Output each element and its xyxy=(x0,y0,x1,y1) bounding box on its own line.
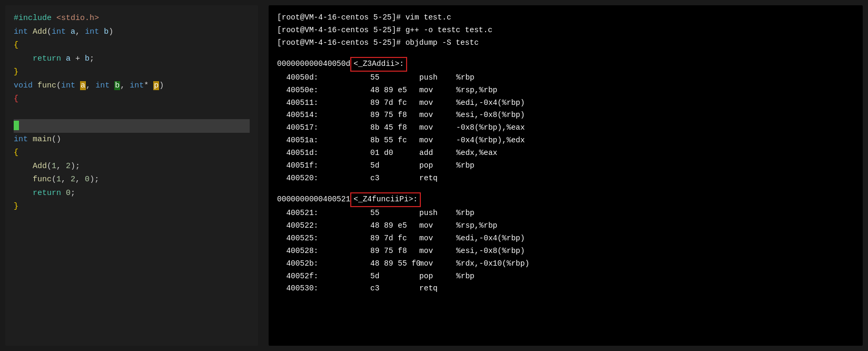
fn-add: Add xyxy=(33,27,47,36)
disasm-add-8: 40051f: 5d pop %rbp xyxy=(277,160,854,172)
code-line-8 xyxy=(14,106,250,120)
disasm-add-6: 40051a: 8b 55 fc mov -0x4(%rbp),%edx xyxy=(277,134,854,147)
include-keyword: #include xyxy=(14,14,52,23)
disasm-add-7: 40051d: 01 d0 add %edx,%eax xyxy=(277,147,854,160)
code-editor: #include <stdio.h> int Add(int a, int b)… xyxy=(5,5,258,346)
param-b-highlight: b xyxy=(114,81,120,90)
term-cmd-3: [root@VM-4-16-centos 5-25]# objdump -S t… xyxy=(277,37,854,50)
cursor xyxy=(14,121,19,130)
kw-int: int xyxy=(14,27,28,36)
code-line-2: int Add(int a, int b) xyxy=(14,25,250,39)
disasm-func-5: 40052b: 48 89 55 f0 mov %rdx,-0x10(%rbp) xyxy=(277,258,854,270)
code-line-14: return 0; xyxy=(14,187,250,200)
code-line-1: #include <stdio.h> xyxy=(14,12,250,25)
code-line-7: { xyxy=(14,92,250,106)
section-func-label: <_Z4funciiPi>: xyxy=(350,192,421,207)
section-add-header: 000000000040050d <_Z3Addii>: xyxy=(277,57,854,72)
disasm-func-2: 400522: 48 89 e5 mov %rsp,%rbp xyxy=(277,220,854,232)
code-line-9 xyxy=(14,119,250,133)
disasm-add-3: 400511: 89 7d fc mov %edi,-0x4(%rbp) xyxy=(277,97,854,110)
disasm-func-4: 400528: 89 75 f8 mov %esi,-0x8(%rbp) xyxy=(277,245,854,258)
code-line-3: { xyxy=(14,38,250,52)
section-func-addr: 0000000000400521 xyxy=(277,193,350,206)
code-line-13: func(1, 2, 0); xyxy=(14,173,250,187)
section-func-header: 0000000000400521 <_Z4funciiPi>: xyxy=(277,192,854,207)
disasm-add-2: 40050e: 48 89 e5 mov %rsp,%rbp xyxy=(277,84,854,97)
param-p-highlight: p xyxy=(153,81,159,90)
term-cmd-1: [root@VM-4-16-centos 5-25]# vim test.c xyxy=(277,12,854,24)
term-cmd-2: [root@VM-4-16-centos 5-25]# g++ -o testc… xyxy=(277,24,854,37)
param-a-highlight: a xyxy=(80,81,86,90)
disasm-func-3: 400525: 89 7d fc mov %edi,-0x4(%rbp) xyxy=(277,232,854,245)
disasm-add-1: 40050d: 55 push %rbp xyxy=(277,72,854,84)
code-line-15: } xyxy=(14,200,250,213)
code-line-4: return a + b; xyxy=(14,52,250,66)
disasm-add-5: 400517: 8b 45 f8 mov -0x8(%rbp),%eax xyxy=(277,122,854,134)
disasm-add-4: 400514: 89 75 f8 mov %esi,-0x8(%rbp) xyxy=(277,109,854,122)
include-file: <stdio.h> xyxy=(56,14,99,23)
disasm-func-7: 400530: c3 retq xyxy=(277,282,854,295)
code-line-11: { xyxy=(14,146,250,160)
section-add-addr: 000000000040050d xyxy=(277,58,350,71)
code-line-12: Add(1, 2); xyxy=(14,160,250,173)
disasm-func-1: 400521: 55 push %rbp xyxy=(277,207,854,220)
disasm-func-6: 40052f: 5d pop %rbp xyxy=(277,270,854,283)
code-line-6: void func(int a, int b, int* p) xyxy=(14,79,250,93)
code-line-10: int main() xyxy=(14,133,250,147)
terminal-panel: [root@VM-4-16-centos 5-25]# vim test.c [… xyxy=(269,5,863,346)
section-add-label: <_Z3Addii>: xyxy=(350,57,407,72)
disasm-add-9: 400520: c3 retq xyxy=(277,172,854,185)
code-line-5: } xyxy=(14,65,250,79)
